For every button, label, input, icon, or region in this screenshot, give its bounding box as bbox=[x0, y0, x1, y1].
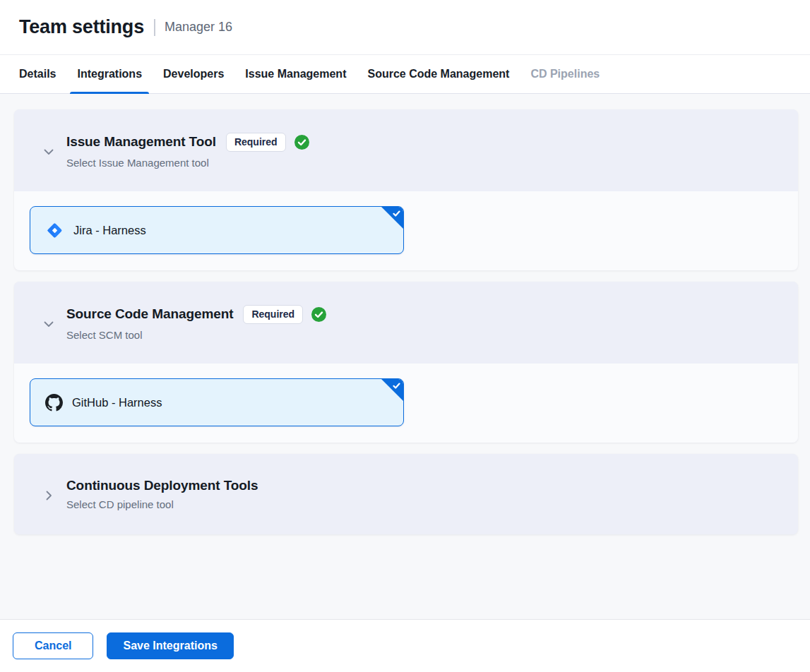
integrations-panel: Issue Management Tool Required Select Is… bbox=[0, 94, 810, 619]
option-label: Jira - Harness bbox=[73, 224, 146, 237]
cancel-button[interactable]: Cancel bbox=[13, 632, 93, 659]
section-issue-management-header[interactable]: Issue Management Tool Required Select Is… bbox=[14, 109, 798, 191]
page-subtitle: Manager 16 bbox=[165, 20, 232, 35]
tab-developers[interactable]: Developers bbox=[156, 55, 231, 93]
required-badge: Required bbox=[243, 305, 303, 324]
option-card-jira-harness[interactable]: Jira - Harness bbox=[30, 206, 404, 254]
tab-bar: Details Integrations Developers Issue Ma… bbox=[0, 55, 810, 94]
option-card-github-harness[interactable]: GitHub - Harness bbox=[30, 378, 404, 426]
page-header: Team settings Manager 16 bbox=[0, 0, 810, 55]
section-cd-header[interactable]: Continuous Deployment Tools Select CD pi… bbox=[14, 454, 798, 534]
section-title: Issue Management Tool bbox=[66, 134, 216, 150]
section-continuous-deployment-tools: Continuous Deployment Tools Select CD pi… bbox=[14, 454, 798, 534]
section-issue-management-body: Jira - Harness bbox=[14, 191, 798, 270]
check-circle-icon bbox=[294, 135, 309, 150]
required-badge: Required bbox=[226, 133, 286, 152]
section-issue-management-tool: Issue Management Tool Required Select Is… bbox=[14, 109, 798, 270]
selected-check-icon bbox=[381, 379, 403, 401]
section-scm-header[interactable]: Source Code Management Required Select S… bbox=[14, 282, 798, 364]
option-label: GitHub - Harness bbox=[72, 396, 162, 409]
section-title: Continuous Deployment Tools bbox=[66, 478, 258, 493]
github-icon bbox=[45, 394, 63, 412]
action-footer: Cancel Save Integrations bbox=[0, 619, 810, 672]
tab-source-code-management[interactable]: Source Code Management bbox=[360, 55, 516, 93]
selected-check-icon bbox=[381, 207, 403, 229]
tab-integrations[interactable]: Integrations bbox=[70, 55, 149, 93]
page-title: Team settings bbox=[19, 16, 144, 38]
title-divider bbox=[154, 19, 155, 36]
section-source-code-management: Source Code Management Required Select S… bbox=[14, 282, 798, 443]
jira-icon bbox=[45, 221, 64, 240]
chevron-down-icon bbox=[42, 318, 55, 330]
section-subtitle: Select SCM tool bbox=[66, 329, 326, 341]
chevron-down-icon bbox=[42, 145, 55, 158]
section-subtitle: Select CD pipeline tool bbox=[66, 498, 258, 510]
check-circle-icon bbox=[311, 307, 326, 322]
tab-issue-management[interactable]: Issue Management bbox=[238, 55, 353, 93]
section-subtitle: Select Issue Management tool bbox=[66, 157, 309, 169]
section-title: Source Code Management bbox=[66, 306, 233, 322]
tab-cd-pipelines: CD Pipelines bbox=[523, 55, 607, 93]
save-integrations-button[interactable]: Save Integrations bbox=[107, 632, 233, 659]
chevron-right-icon bbox=[42, 489, 55, 502]
tab-details[interactable]: Details bbox=[12, 55, 63, 93]
section-scm-body: GitHub - Harness bbox=[14, 364, 798, 443]
